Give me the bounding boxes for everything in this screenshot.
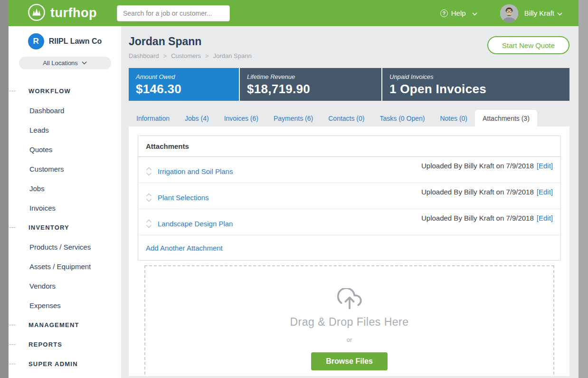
uploaded-by-text: Uploaded By Billy Kraft on 7/9/2018 (421, 188, 534, 196)
dropzone-or-label: or (145, 336, 553, 343)
tab-information[interactable]: Information (129, 110, 177, 126)
attachment-meta: Uploaded By Billy Kraft on 7/9/2018[Edit… (421, 162, 553, 170)
nav-section-workflow[interactable]: --- WORKFLOW (9, 81, 121, 101)
top-header: turfhop ? Help Billy Kraft (9, 0, 579, 26)
chevron-down-icon (557, 9, 562, 17)
chevron-down-icon (472, 9, 477, 17)
nav-section-inventory[interactable]: --- INVENTORY (9, 218, 121, 237)
nav-section-management[interactable]: --- MANAGEMENT (9, 315, 121, 335)
start-new-quote-button[interactable]: Start New Quote (487, 36, 569, 54)
section-dashes: --- (9, 360, 16, 367)
sidebar-item-vendors[interactable]: Vendors (9, 276, 121, 296)
brand-name: turfhop (50, 6, 97, 20)
avatar[interactable] (500, 4, 518, 22)
tab-attachments[interactable]: Attachments (3) (475, 110, 537, 126)
sidebar-item-quotes[interactable]: Quotes (9, 140, 121, 159)
chevron-up-icon[interactable] (146, 219, 152, 223)
location-selector-label: All Locations (43, 59, 78, 67)
chevron-down-icon[interactable] (146, 224, 152, 228)
section-label: REPORTS (28, 341, 62, 348)
company-header: R RIIPL Lawn Co (9, 33, 121, 49)
sidebar-item-expenses[interactable]: Expenses (9, 296, 121, 315)
stat-value: $146.30 (136, 82, 232, 97)
uploaded-by-text: Uploaded By Billy Kraft on 7/9/2018 (421, 214, 534, 222)
turfhop-grass-icon (28, 3, 46, 23)
stat-lifetime-revenue: Lifetime Revenue $18,719.90 (240, 68, 381, 101)
sidebar-item-customers[interactable]: Customers (9, 159, 121, 179)
attachments-box-title: Attachments (138, 136, 560, 157)
attachment-row: Landscape Design Plan Uploaded By Billy … (138, 209, 560, 235)
stat-label: Unpaid Invoices (389, 73, 562, 80)
tab-invoices[interactable]: Invoices (6) (217, 110, 266, 126)
reorder-handles (146, 219, 152, 228)
breadcrumb-separator: > (163, 52, 167, 59)
dropzone-title: Drag & Drop Files Here (145, 316, 553, 329)
sidebar-item-assets-equipment[interactable]: Assets / Equipment (9, 257, 121, 276)
attachment-link[interactable]: Plant Selections (158, 194, 209, 202)
sidebar-item-leads[interactable]: Leads (9, 120, 121, 140)
window-left-strip (0, 0, 9, 378)
help-label: Help (451, 9, 466, 17)
section-dashes: --- (9, 340, 16, 347)
chevron-down-icon[interactable] (146, 198, 152, 202)
breadcrumb-dashboard[interactable]: Dashboard (129, 52, 159, 59)
chevron-down-icon[interactable] (146, 172, 152, 176)
attachment-row: Plant Selections Uploaded By Billy Kraft… (138, 183, 560, 209)
location-selector[interactable]: All Locations (19, 57, 111, 69)
attachment-meta: Uploaded By Billy Kraft on 7/9/2018[Edit… (421, 188, 553, 196)
tab-notes[interactable]: Notes (0) (432, 110, 475, 126)
attachment-row: Irrigation and Soil Plans Uploaded By Bi… (138, 157, 560, 183)
reorder-handles (146, 167, 152, 176)
section-label: SUPER ADMIN (28, 360, 78, 368)
chevron-up-icon[interactable] (146, 193, 152, 197)
sidebar-item-invoices[interactable]: Invoices (9, 198, 121, 218)
tab-jobs[interactable]: Jobs (4) (177, 110, 217, 126)
tab-payments[interactable]: Payments (6) (266, 110, 321, 126)
attachments-box: Attachments Irrigation and Soil Plans Up… (138, 136, 561, 261)
file-dropzone[interactable]: Drag & Drop Files Here or Browse Files (144, 265, 554, 376)
section-dashes: --- (9, 223, 16, 230)
sidebar-nav: --- WORKFLOW Dashboard Leads Quotes Cust… (9, 81, 121, 374)
chevron-down-icon (82, 61, 87, 65)
sidebar-item-jobs[interactable]: Jobs (9, 179, 121, 198)
edit-attachment-link[interactable]: [Edit] (537, 162, 553, 170)
section-dashes: --- (9, 321, 16, 328)
company-name: RIIPL Lawn Co (49, 37, 102, 46)
stat-value: 1 Open Invoices (389, 82, 562, 97)
stat-amount-owed: Amount Owed $146.30 (129, 68, 239, 101)
brand-logo[interactable]: turfhop (28, 3, 97, 23)
breadcrumb-separator: > (205, 52, 209, 59)
chevron-up-icon[interactable] (146, 167, 152, 171)
upload-cloud-icon (145, 288, 553, 313)
reorder-handles (146, 193, 152, 202)
edit-attachment-link[interactable]: [Edit] (537, 214, 553, 222)
nav-section-reports[interactable]: --- REPORTS (9, 335, 121, 354)
search-input[interactable] (117, 5, 230, 21)
page-header: Jordan Spann Dashboard > Customers > Jor… (129, 26, 569, 59)
section-label: MANAGEMENT (28, 321, 79, 329)
attachment-link[interactable]: Irrigation and Soil Plans (158, 167, 233, 175)
nav-section-super-admin[interactable]: --- SUPER ADMIN (9, 354, 121, 374)
add-another-attachment-link[interactable]: Add Another Attachment (146, 244, 223, 252)
browse-files-button[interactable]: Browse Files (311, 352, 388, 370)
company-logo: R (28, 33, 44, 49)
tab-contacts[interactable]: Contacts (0) (321, 110, 372, 126)
stat-value: $18,719.90 (247, 82, 374, 97)
sidebar-item-products-services[interactable]: Products / Services (9, 237, 121, 257)
stat-label: Amount Owed (136, 73, 232, 80)
sidebar: R RIIPL Lawn Co All Locations --- WORKFL… (9, 26, 121, 378)
stats-row: Amount Owed $146.30 Lifetime Revenue $18… (129, 68, 569, 101)
user-menu[interactable]: Billy Kraft (524, 9, 562, 17)
attachment-link[interactable]: Landscape Design Plan (158, 220, 233, 228)
add-attachment-row: Add Another Attachment (138, 235, 560, 260)
window-scrollbar[interactable] (579, 0, 588, 378)
stat-label: Lifetime Revenue (247, 73, 374, 80)
sidebar-item-dashboard[interactable]: Dashboard (9, 101, 121, 120)
section-label: INVENTORY (28, 224, 69, 231)
edit-attachment-link[interactable]: [Edit] (537, 188, 553, 196)
customer-tabs: Information Jobs (4) Invoices (6) Paymen… (129, 110, 569, 126)
breadcrumb-current: Jordan Spann (213, 52, 252, 59)
breadcrumb-customers[interactable]: Customers (171, 52, 201, 59)
tab-tasks[interactable]: Tasks (0 Open) (372, 110, 432, 126)
help-menu[interactable]: ? Help (440, 9, 477, 17)
